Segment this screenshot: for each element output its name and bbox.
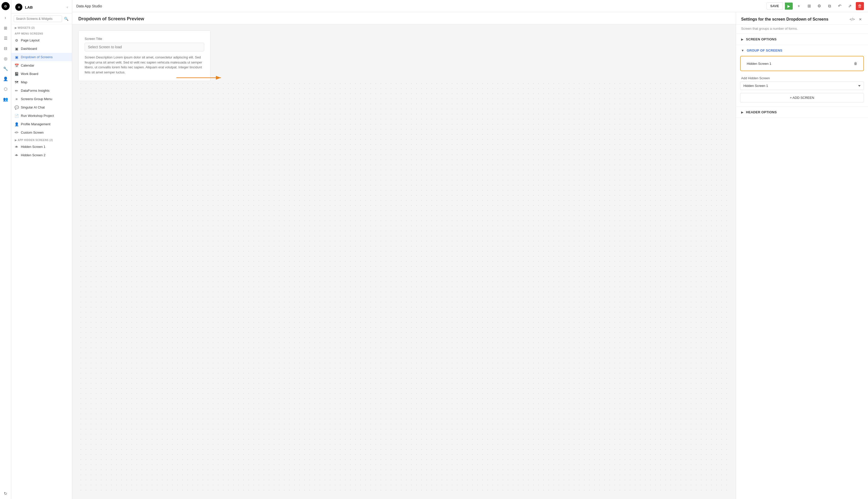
layout-button[interactable]: ⊞ xyxy=(805,2,813,10)
settings-header: Settings for the screen Dropdown of Scre… xyxy=(736,12,868,25)
preview-area: Dropdown of Screens Preview Screen Title… xyxy=(72,12,736,499)
share-button[interactable]: ⇗ xyxy=(846,2,854,10)
app-menu-header: APP MENU SCREENS xyxy=(11,30,72,36)
main-area: Data App Studio SAVE ▶ + ⊞ ⚙ ⧉ ↶ ⇗ 🗑 Dro… xyxy=(72,0,868,499)
sidebar-logo: ⊙ xyxy=(15,3,22,11)
save-button[interactable]: SAVE xyxy=(766,2,783,10)
sidebar-item-label: Hidden Screen 2 xyxy=(21,153,62,157)
icon-rail: ⊙ ‹ ⊞ ☰ ⊟ ◎ 🔧 👤 ⬡ 👥 ↻ xyxy=(0,0,11,499)
chevron-down-icon: ▼ xyxy=(741,49,744,52)
dropdown-screens-icon: ▣ xyxy=(14,55,19,59)
screens-group-icon: ≡ xyxy=(14,97,19,101)
sidebar-item-label: Work Board xyxy=(21,72,62,76)
sidebar-item-hidden-1[interactable]: 👁 Hidden Screen 1 ⋮ xyxy=(11,143,72,151)
sidebar-item-run-workshop[interactable]: 📄 Run Workshop Project ⋮ xyxy=(11,111,72,120)
sidebar-collapse-btn[interactable]: ‹ xyxy=(67,5,68,9)
sidebar-item-calendar[interactable]: 📅 Calendar ⋮ xyxy=(11,61,72,70)
map-icon: 🗺 xyxy=(14,80,19,85)
sidebar: ⊙ LAB ‹ 🔍 ▶ WIDGETS (2) APP MENU SCREENS… xyxy=(11,0,72,499)
header-options-section: ▶ HEADER OPTIONS xyxy=(736,107,868,118)
dataforms-icon: ✏ xyxy=(14,88,19,93)
hidden-screens-header: ▶ APP HIDDEN SCREENS (2) xyxy=(11,137,72,143)
nav-refresh[interactable]: ↻ xyxy=(1,489,10,498)
chevron-right-icon-2: ▶ xyxy=(741,110,744,114)
nav-users[interactable]: 👥 xyxy=(1,95,10,104)
topbar: Data App Studio SAVE ▶ + ⊞ ⚙ ⧉ ↶ ⇗ 🗑 xyxy=(72,0,868,12)
sidebar-item-singular-ai[interactable]: 💬 Singular AI Chat ⋮ xyxy=(11,103,72,111)
settings-panel: Settings for the screen Dropdown of Scre… xyxy=(736,12,868,499)
hidden-screen-row: Hidden Screen 1 🗑 xyxy=(744,59,860,68)
run-button[interactable]: ▶ xyxy=(785,2,793,10)
sidebar-item-dataforms[interactable]: ✏ DataForms Insights ⋮ xyxy=(11,86,72,95)
header-options-header[interactable]: ▶ HEADER OPTIONS xyxy=(736,107,868,118)
widgets-header: ▶ WIDGETS (2) xyxy=(11,24,72,30)
sidebar-item-label: Map xyxy=(21,80,62,84)
sidebar-item-dropdown-screens[interactable]: ▣ Dropdown of Screens ⋮ xyxy=(11,53,72,61)
search-input[interactable] xyxy=(14,15,62,22)
nav-wrench[interactable]: 🔧 xyxy=(1,64,10,73)
preview-content: Screen Title Screen Description Lorem ip… xyxy=(72,24,736,499)
nav-grid[interactable]: ⊟ xyxy=(1,44,10,53)
add-button[interactable]: + xyxy=(795,2,803,10)
calendar-icon: 📅 xyxy=(14,63,19,68)
sidebar-search: 🔍 xyxy=(11,13,72,24)
screen-title-input[interactable] xyxy=(85,43,204,51)
code-icon[interactable]: </> xyxy=(849,17,856,22)
group-of-screens-header[interactable]: ▼ GROUP OF SCREENS xyxy=(736,45,868,56)
chevron-right-icon: ▶ xyxy=(741,38,744,41)
nav-target[interactable]: ◎ xyxy=(1,54,10,63)
screen-description: Screen Description Lorem ipsum dolor sit… xyxy=(85,55,204,75)
sidebar-item-dashboard[interactable]: ▣ Dashboard ⋮ xyxy=(11,45,72,53)
group-of-screens-title: GROUP OF SCREENS xyxy=(747,49,782,52)
close-icon[interactable]: ✕ xyxy=(858,17,863,22)
sidebar-item-page-layout[interactable]: ⚙ Page Layout ⋮ xyxy=(11,36,72,45)
screen-options-header[interactable]: ▶ SCREEN OPTIONS xyxy=(736,34,868,45)
content-area: Dropdown of Screens Preview Screen Title… xyxy=(72,12,868,499)
sidebar-item-label: Page Layout xyxy=(21,38,62,42)
sidebar-item-label: Profile Management xyxy=(21,122,62,126)
add-screen-button[interactable]: + ADD SCREEN xyxy=(740,93,864,102)
hidden-screen-dropdown[interactable]: Hidden Screen 1 xyxy=(740,82,864,90)
profile-icon: 👤 xyxy=(14,122,19,126)
nav-box[interactable]: ⬡ xyxy=(1,84,10,94)
sidebar-item-work-board[interactable]: 📓 Work Board ⋮ xyxy=(11,70,72,78)
nav-home[interactable]: ⊞ xyxy=(1,23,10,33)
sidebar-item-hidden-2[interactable]: 👁 Hidden Screen 2 ⋮ xyxy=(11,151,72,159)
screen-options-title: SCREEN OPTIONS xyxy=(746,37,777,41)
app-logo[interactable]: ⊙ xyxy=(1,2,10,10)
sidebar-header: ⊙ LAB ‹ xyxy=(11,0,72,13)
sidebar-item-label: Dashboard xyxy=(21,47,62,51)
add-hidden-screen-label: Add Hidden Screen xyxy=(736,75,868,82)
sidebar-item-label: Singular AI Chat xyxy=(21,106,62,109)
sidebar-content: ▶ WIDGETS (2) APP MENU SCREENS ⚙ Page La… xyxy=(11,24,72,499)
settings-header-icons: </> ✕ xyxy=(849,17,863,22)
hidden-screen-label: Hidden Screen 1 xyxy=(747,62,771,65)
sidebar-item-label: Run Workshop Project xyxy=(21,114,62,118)
work-board-icon: 📓 xyxy=(14,72,19,76)
settings-button[interactable]: ⚙ xyxy=(815,2,823,10)
delete-button[interactable]: 🗑 xyxy=(856,2,864,10)
search-icon[interactable]: 🔍 xyxy=(63,16,69,22)
sidebar-item-label: Calendar xyxy=(21,63,62,67)
hidden-eye-icon: 👁 xyxy=(14,145,19,149)
history-button[interactable]: ↶ xyxy=(835,2,844,10)
nav-list[interactable]: ☰ xyxy=(1,34,10,43)
custom-screen-icon: </> xyxy=(14,130,19,135)
group-of-screens-section: ▼ GROUP OF SCREENS Hidden Screen 1 🗑 Add… xyxy=(736,45,868,107)
sidebar-item-label: Screens Group Menu xyxy=(21,97,62,101)
sidebar-item-label: DataForms Insights xyxy=(21,89,62,93)
sidebar-item-screens-group[interactable]: ≡ Screens Group Menu ⋮ xyxy=(11,95,72,103)
nav-back[interactable]: ‹ xyxy=(1,13,10,22)
settings-subtitle: Screen that groups a number of forms. xyxy=(736,25,868,34)
hidden-screen-delete-icon[interactable]: 🗑 xyxy=(854,61,857,65)
sidebar-item-profile[interactable]: 👤 Profile Management ⋮ xyxy=(11,120,72,128)
preview-card: Screen Title Screen Description Lorem ip… xyxy=(78,31,211,81)
sidebar-item-map[interactable]: 🗺 Map ⋮ xyxy=(11,78,72,86)
nav-person[interactable]: 👤 xyxy=(1,74,10,83)
dotted-background xyxy=(78,81,730,493)
settings-title: Settings for the screen Dropdown of Scre… xyxy=(741,17,849,22)
group-of-screens-box: Hidden Screen 1 🗑 xyxy=(740,56,864,71)
copy-button[interactable]: ⧉ xyxy=(825,2,833,10)
screen-options-section: ▶ SCREEN OPTIONS xyxy=(736,34,868,45)
sidebar-item-custom-screen[interactable]: </> Custom Screen ⋮ xyxy=(11,128,72,137)
